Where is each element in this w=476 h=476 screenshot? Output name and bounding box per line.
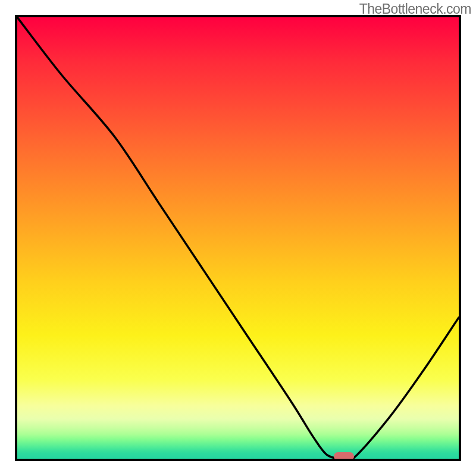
- watermark-text: TheBottleneck.com: [359, 1, 471, 17]
- chart-container: TheBottleneck.com: [0, 0, 476, 476]
- bottleneck-curve-path: [17, 17, 459, 459]
- chart-frame: [15, 15, 461, 461]
- curve-svg: [17, 17, 459, 459]
- optimum-marker: [334, 452, 354, 461]
